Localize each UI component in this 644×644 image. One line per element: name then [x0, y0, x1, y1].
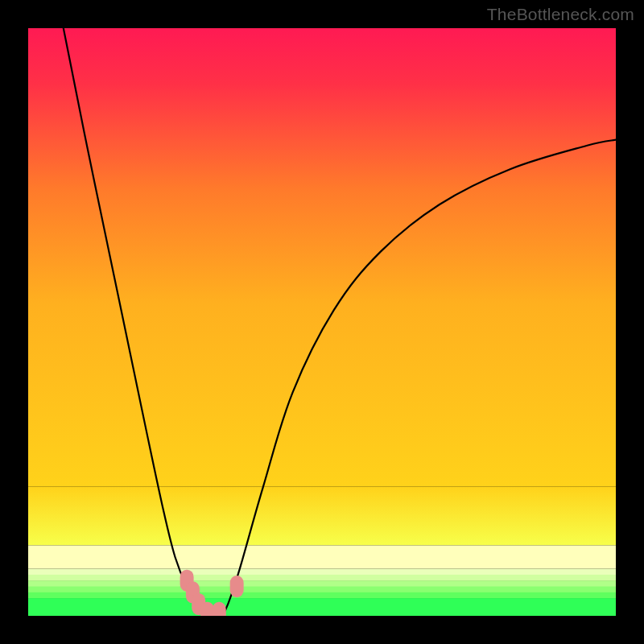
data-marker — [213, 602, 226, 616]
curve-right-branch — [222, 140, 616, 616]
watermark-text: TheBottleneck.com — [487, 5, 634, 24]
curve-left-branch — [64, 28, 210, 616]
curves-layer — [28, 28, 616, 616]
outer-frame: TheBottleneck.com — [0, 0, 644, 644]
data-marker — [230, 576, 244, 597]
plot-area — [28, 28, 616, 616]
data-marker — [200, 602, 214, 616]
